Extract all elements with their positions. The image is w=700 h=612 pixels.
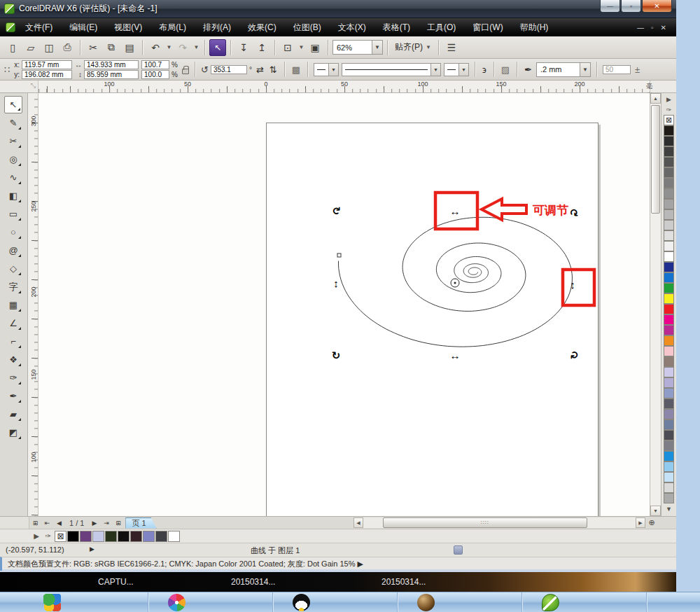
color-swatch-15[interactable] (664, 283, 674, 293)
ruler-origin-corner[interactable] (0, 81, 38, 92)
object-height-field[interactable]: 85.959 mm (84, 70, 139, 79)
smart-fill-tool[interactable]: ◧ (4, 187, 22, 204)
stretch-handle-bottom[interactable]: ↔ (450, 349, 461, 361)
shape-tool[interactable]: ✎ (4, 114, 22, 132)
color-swatch-7[interactable] (664, 199, 674, 209)
doc-color-swatch-0[interactable] (67, 531, 79, 542)
color-swatch-34[interactable] (664, 482, 674, 493)
save-button[interactable]: ◫ (41, 39, 57, 56)
color-swatch-22[interactable] (664, 356, 674, 367)
export-button[interactable]: ↥ (253, 39, 270, 56)
menu-item-4[interactable]: 排列(A) (195, 19, 239, 36)
last-page-button[interactable]: ⇥ (100, 517, 112, 529)
end-arrowhead-select[interactable]: ▼ (444, 63, 469, 76)
new-document-button[interactable]: ▯ (4, 39, 21, 56)
close-curve-button[interactable]: ϶ (481, 64, 488, 75)
color-eyedropper-tool[interactable]: ✑ (4, 369, 22, 387)
redo-list-caret-icon[interactable]: ▼ (192, 39, 200, 56)
doc-color-swatch-5[interactable] (130, 531, 142, 542)
color-swatch-4[interactable] (664, 167, 674, 178)
color-swatch-0[interactable] (664, 125, 674, 136)
object-width-field[interactable]: 143.933 mm (84, 60, 139, 69)
color-swatch-16[interactable] (664, 293, 674, 304)
rotate-handle-bottom-left[interactable]: ↻ (332, 349, 341, 361)
lock-ratio-icon[interactable] (182, 69, 189, 74)
start-arrowhead-select[interactable]: ▼ (314, 63, 339, 76)
horizontal-scroll-thumb[interactable]: ∷∷ (383, 517, 587, 528)
horizontal-scrollbar[interactable]: ◀ ∷∷ ▶ ⊕ (354, 517, 658, 528)
rotate-handle-top-right[interactable]: ↻ (570, 207, 579, 218)
mirror-vertical-button[interactable]: ⇅ (268, 64, 279, 75)
add-page-after-button[interactable]: ⊞ (112, 517, 124, 529)
color-swatch-28[interactable] (664, 419, 674, 430)
undo-list-caret-icon[interactable]: ▼ (165, 39, 173, 56)
background-window-title-0[interactable]: CAPTU... (98, 577, 134, 587)
color-swatch-11[interactable] (664, 241, 674, 251)
previous-page-button[interactable]: ◀ (53, 517, 65, 529)
search-content-button[interactable]: ↖ (209, 39, 226, 56)
dimension-tool[interactable]: ∠ (4, 314, 22, 332)
zoom-tool[interactable]: ◎ (4, 151, 22, 168)
outline-style-select[interactable]: ▼ (342, 63, 441, 76)
palette-flyout-icon[interactable]: ▶ (663, 94, 676, 104)
redo-button[interactable]: ↷ (174, 39, 191, 56)
scroll-left-icon[interactable]: ◀ (354, 517, 363, 528)
color-swatch-20[interactable] (664, 335, 674, 346)
zoom-scroll-icon[interactable]: ⊕ (645, 518, 658, 527)
color-swatch-26[interactable] (664, 398, 674, 409)
zoom-level-select[interactable]: 62% ▼ (332, 40, 383, 55)
doc-color-swatch-2[interactable] (92, 531, 104, 542)
no-color-swatch[interactable]: ⊠ (664, 115, 674, 125)
menu-item-8[interactable]: 表格(T) (374, 19, 419, 36)
no-color-swatch[interactable]: ⊠ (55, 531, 66, 542)
color-swatch-6[interactable] (664, 188, 674, 199)
palette-eyedropper-icon[interactable]: ✑ (663, 104, 676, 115)
stretch-handle-top[interactable]: ↔ (450, 205, 461, 217)
status-flyout-icon[interactable]: ▶ (90, 545, 94, 552)
chevron-down-icon[interactable]: ▼ (580, 62, 591, 77)
basic-shapes-tool[interactable]: ◇ (4, 260, 22, 277)
color-swatch-2[interactable] (664, 146, 674, 157)
add-page-button[interactable]: ⊞ (29, 517, 41, 529)
minimize-button[interactable]: — (600, 0, 620, 13)
color-swatch-25[interactable] (664, 388, 674, 398)
menu-item-0[interactable]: 文件(F) (17, 19, 61, 36)
color-swatch-33[interactable] (664, 472, 674, 482)
scroll-up-icon[interactable]: ▲ (650, 93, 661, 104)
print-button[interactable]: ⎙ (59, 39, 76, 56)
paste-button[interactable]: ▤ (121, 39, 138, 56)
doc-color-swatch-7[interactable] (155, 531, 167, 542)
scale-y-field[interactable]: 100.0 (141, 70, 169, 79)
close-button[interactable]: ✕ (642, 0, 672, 13)
cut-button[interactable]: ✂ (85, 39, 102, 56)
taskbar-item-qq[interactable] (273, 592, 398, 612)
taskbar-item-browser[interactable] (398, 592, 522, 612)
connector-tool[interactable]: ⌐ (4, 333, 22, 350)
doc-color-swatch-3[interactable] (105, 531, 117, 542)
mirror-horizontal-button[interactable]: ⇄ (255, 64, 265, 75)
ellipse-tool[interactable]: ○ (4, 223, 22, 241)
color-swatch-35[interactable] (664, 493, 674, 503)
pick-tool[interactable]: ↖ (4, 96, 22, 113)
color-swatch-14[interactable] (664, 272, 674, 283)
stretch-handle-right[interactable]: ↕ (570, 279, 575, 291)
next-page-button[interactable]: ▶ (88, 517, 100, 529)
color-swatch-30[interactable] (664, 440, 674, 451)
scale-x-field[interactable]: 100.7 (141, 60, 169, 69)
menu-item-3[interactable]: 布局(L) (150, 19, 195, 36)
taskbar-item-media[interactable] (148, 592, 273, 612)
background-window-title-1[interactable]: 20150314... (231, 577, 275, 587)
palette-eyedropper-icon[interactable]: ✑ (43, 532, 54, 540)
color-swatch-19[interactable] (664, 325, 674, 335)
menu-item-6[interactable]: 位图(B) (285, 19, 330, 36)
color-swatch-21[interactable] (664, 346, 674, 356)
color-swatch-24[interactable] (664, 377, 674, 388)
options-button[interactable]: ☰ (443, 39, 460, 56)
application-launcher-button[interactable]: ⊡ (279, 39, 296, 56)
crop-tool[interactable]: ✂ (4, 132, 22, 150)
interactive-fill-tool[interactable]: ◩ (4, 424, 22, 441)
color-swatch-13[interactable] (664, 262, 674, 272)
welcome-screen-button[interactable]: ▣ (307, 39, 323, 56)
menu-item-11[interactable]: 帮助(H) (512, 19, 557, 36)
taskbar-item-coreldraw[interactable] (522, 592, 647, 612)
